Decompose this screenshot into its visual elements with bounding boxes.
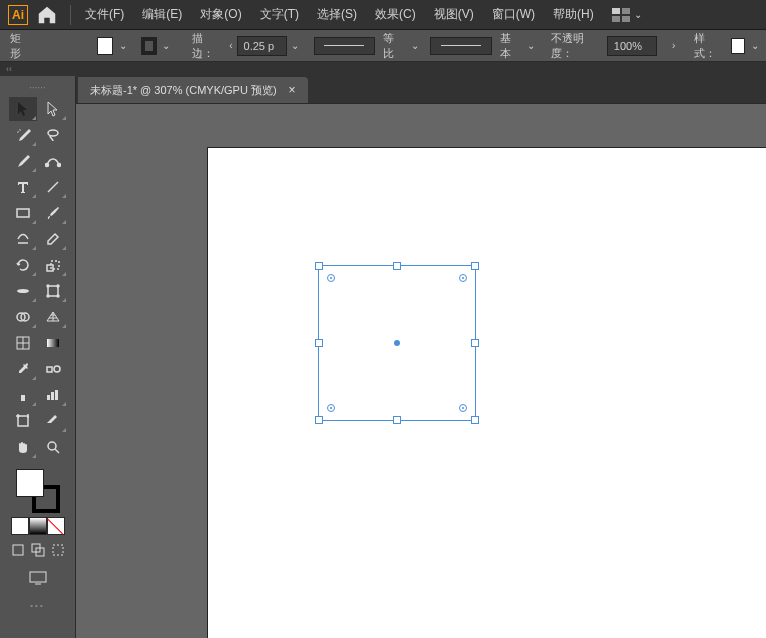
fill-box[interactable] bbox=[16, 469, 44, 497]
arrange-documents-icon[interactable]: ⌄ bbox=[612, 8, 642, 22]
menu-select[interactable]: 选择(S) bbox=[309, 2, 365, 27]
selected-rectangle[interactable] bbox=[318, 265, 476, 421]
free-transform-tool[interactable] bbox=[39, 279, 67, 303]
panel-collapse-grip[interactable]: ‹‹ bbox=[0, 62, 766, 76]
panel-grip[interactable]: ······ bbox=[29, 80, 46, 97]
edit-toolbar-btn[interactable]: ••• bbox=[30, 601, 44, 610]
lasso-tool[interactable] bbox=[39, 123, 67, 147]
svg-point-6 bbox=[57, 164, 60, 167]
artboard[interactable] bbox=[208, 148, 766, 638]
chevron-down-icon[interactable]: ⌄ bbox=[161, 40, 172, 51]
uniform-label: 等比 bbox=[379, 31, 406, 61]
color-gradient-btn[interactable] bbox=[29, 517, 47, 535]
column-graph-tool[interactable] bbox=[39, 383, 67, 407]
resize-handle-bm[interactable] bbox=[393, 416, 401, 424]
eyedropper-tool[interactable] bbox=[9, 357, 37, 381]
width-tool[interactable] bbox=[9, 279, 37, 303]
zoom-tool[interactable] bbox=[39, 435, 67, 459]
svg-point-4 bbox=[48, 130, 58, 136]
chevron-down-icon[interactable]: ⌄ bbox=[291, 40, 299, 51]
menu-effect[interactable]: 效果(C) bbox=[367, 2, 424, 27]
draw-inside-icon[interactable] bbox=[49, 541, 67, 559]
menu-file[interactable]: 文件(F) bbox=[77, 2, 132, 27]
opacity-input[interactable] bbox=[607, 36, 657, 56]
svg-rect-28 bbox=[55, 390, 58, 400]
canvas-area[interactable] bbox=[76, 104, 766, 638]
stroke-label: 描边： bbox=[188, 31, 225, 61]
svg-rect-2 bbox=[612, 16, 620, 22]
tools-panel: ······ bbox=[0, 76, 76, 638]
menu-help[interactable]: 帮助(H) bbox=[545, 2, 602, 27]
chevron-down-icon[interactable]: ⌄ bbox=[117, 40, 128, 51]
fill-stroke-control[interactable] bbox=[16, 469, 60, 513]
resize-handle-tl[interactable] bbox=[315, 262, 323, 270]
mesh-tool[interactable] bbox=[9, 331, 37, 355]
shape-builder-tool[interactable] bbox=[9, 305, 37, 329]
menu-window[interactable]: 窗口(W) bbox=[484, 2, 543, 27]
svg-rect-26 bbox=[47, 395, 50, 400]
scale-tool[interactable] bbox=[39, 253, 67, 277]
brush-definition[interactable] bbox=[430, 37, 492, 55]
color-none-btn[interactable] bbox=[47, 517, 65, 535]
draw-behind-icon[interactable] bbox=[29, 541, 47, 559]
resize-handle-br[interactable] bbox=[471, 416, 479, 424]
stroke-color-swatch[interactable] bbox=[141, 37, 157, 55]
selection-tool[interactable] bbox=[9, 97, 37, 121]
draw-normal-icon[interactable] bbox=[9, 541, 27, 559]
menu-edit[interactable]: 编辑(E) bbox=[134, 2, 190, 27]
stroke-weight-input[interactable] bbox=[237, 36, 287, 56]
direct-selection-tool[interactable] bbox=[39, 97, 67, 121]
expand-arrow-icon[interactable]: › bbox=[672, 40, 675, 51]
menu-object[interactable]: 对象(O) bbox=[192, 2, 249, 27]
svg-rect-23 bbox=[47, 367, 52, 372]
screen-mode-btn[interactable] bbox=[24, 567, 52, 589]
line-segment-tool[interactable] bbox=[39, 175, 67, 199]
corner-widget-tr[interactable] bbox=[459, 274, 467, 282]
resize-handle-tr[interactable] bbox=[471, 262, 479, 270]
pen-tool[interactable] bbox=[9, 149, 37, 173]
svg-rect-27 bbox=[51, 392, 54, 400]
menu-type[interactable]: 文字(T) bbox=[252, 2, 307, 27]
close-tab-icon[interactable]: × bbox=[289, 83, 296, 97]
svg-point-33 bbox=[48, 442, 56, 450]
document-tab-bar: 未标题-1* @ 307% (CMYK/GPU 预览) × bbox=[76, 76, 766, 104]
slice-tool[interactable] bbox=[39, 409, 67, 433]
decrement-icon[interactable]: ‹ bbox=[229, 40, 232, 51]
svg-rect-12 bbox=[48, 286, 58, 296]
svg-rect-25 bbox=[21, 395, 25, 401]
corner-widget-br[interactable] bbox=[459, 404, 467, 412]
center-point[interactable] bbox=[394, 340, 400, 346]
resize-handle-tm[interactable] bbox=[393, 262, 401, 270]
chevron-down-icon[interactable]: ⌄ bbox=[411, 40, 419, 51]
corner-widget-tl[interactable] bbox=[327, 274, 335, 282]
corner-widget-bl[interactable] bbox=[327, 404, 335, 412]
resize-handle-bl[interactable] bbox=[315, 416, 323, 424]
resize-handle-ml[interactable] bbox=[315, 339, 323, 347]
variable-width-profile[interactable] bbox=[314, 37, 376, 55]
rectangle-tool[interactable] bbox=[9, 201, 37, 225]
perspective-grid-tool[interactable] bbox=[39, 305, 67, 329]
chevron-down-icon[interactable]: ⌄ bbox=[527, 40, 535, 51]
rotate-tool[interactable] bbox=[9, 253, 37, 277]
color-solid-btn[interactable] bbox=[11, 517, 29, 535]
paintbrush-tool[interactable] bbox=[39, 201, 67, 225]
blend-tool[interactable] bbox=[39, 357, 67, 381]
menu-view[interactable]: 视图(V) bbox=[426, 2, 482, 27]
magic-wand-tool[interactable] bbox=[9, 123, 37, 147]
eraser-tool[interactable] bbox=[39, 227, 67, 251]
svg-rect-35 bbox=[13, 545, 23, 555]
shaper-tool[interactable] bbox=[9, 227, 37, 251]
svg-point-14 bbox=[57, 285, 59, 287]
gradient-tool[interactable] bbox=[39, 331, 67, 355]
document-tab[interactable]: 未标题-1* @ 307% (CMYK/GPU 预览) × bbox=[78, 77, 308, 103]
curvature-tool[interactable] bbox=[39, 149, 67, 173]
resize-handle-mr[interactable] bbox=[471, 339, 479, 347]
artboard-tool[interactable] bbox=[9, 409, 37, 433]
fill-color-swatch[interactable] bbox=[97, 37, 113, 55]
type-tool[interactable] bbox=[9, 175, 37, 199]
hand-tool[interactable] bbox=[9, 435, 37, 459]
home-icon[interactable] bbox=[36, 4, 58, 26]
symbol-sprayer-tool[interactable] bbox=[9, 383, 37, 407]
chevron-down-icon[interactable]: ⌄ bbox=[749, 40, 760, 51]
graphic-style-swatch[interactable] bbox=[731, 38, 745, 54]
